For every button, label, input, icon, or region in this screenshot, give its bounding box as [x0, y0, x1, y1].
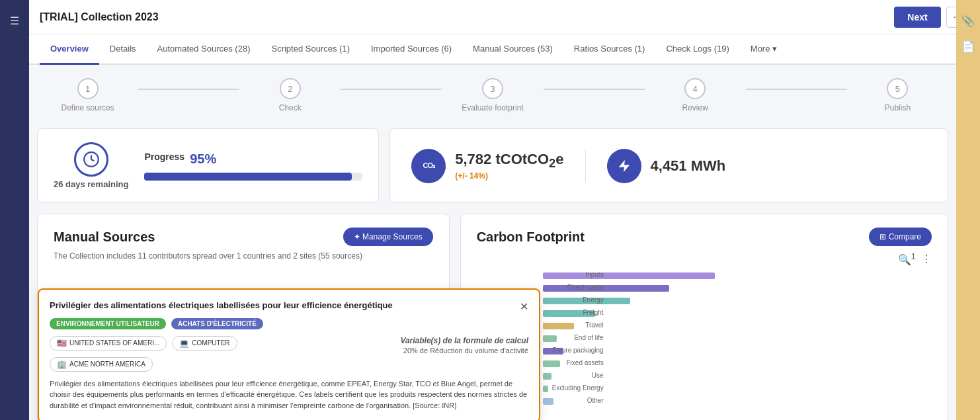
source-usa: 🇺🇸 UNITED STATES OF AMERI... [50, 336, 167, 351]
top-bar: [TRIAL] Collection 2023 Next ··· [0, 0, 980, 34]
tab-imported-sources[interactable]: Imported Sources (6) [360, 34, 462, 65]
chart-label: Excluding Energy [543, 384, 609, 392]
step-4-label: Review [682, 103, 708, 112]
chart-label: Inputs [543, 271, 609, 278]
tab-check-logs[interactable]: Check Logs (19) [655, 34, 739, 65]
tooltip-popup: Privilégier des alimentations électrique… [38, 288, 540, 420]
progress-bar-fill [144, 173, 351, 181]
step-3-label: Evaluate footprint [462, 103, 523, 112]
step-3: 3 Evaluate footprint [442, 78, 543, 112]
chart-row: Direct waste [543, 284, 932, 293]
step-1-label: Define sources [61, 103, 114, 112]
co2-metric: CO₂ 5,782 tCOtCO2e (+/- 14%) [411, 149, 563, 183]
step-5-label: Publish [885, 103, 911, 112]
tab-automated-sources[interactable]: Automated Sources (28) [147, 34, 261, 65]
chart-controls: 🔍1 ⋮ [477, 251, 932, 266]
step-connector-1 [138, 89, 239, 90]
sources-list: 🇺🇸 UNITED STATES OF AMERI... 💻 COMPUTER [50, 336, 237, 351]
co2-sub: (+/- 14%) [455, 171, 563, 181]
lower-cards-row: Manual Sources ✦ Manage Sources The Coll… [37, 214, 948, 420]
chart-row: Fixed assets [543, 359, 932, 368]
chart-row: Other [543, 397, 932, 406]
tab-details[interactable]: Details [99, 34, 147, 65]
tooltip-body: Privilégier des alimentations électrique… [50, 378, 528, 411]
manual-sources-header: Manual Sources ✦ Manage Sources [54, 228, 433, 246]
clock-icon [74, 142, 108, 177]
manual-sources-subtitle: The Collection includes 11 contributors … [54, 251, 433, 261]
energy-metric: 4,451 MWh [607, 149, 726, 183]
tag-env: ENVIRONNEMENT UTILISATEUR [50, 318, 166, 329]
chart-row: Energy [543, 296, 932, 306]
sources-list-2: 🏢 ACME NORTH AMERICA [50, 357, 237, 372]
source-acme: 🏢 ACME NORTH AMERICA [50, 357, 153, 372]
step-2: 2 Check [239, 78, 341, 112]
chart-row: Inputs [543, 271, 932, 280]
chart-row: Excluding Energy [543, 384, 932, 394]
tooltip-main-row: 🇺🇸 UNITED STATES OF AMERI... 💻 COMPUTER … [50, 336, 528, 378]
step-4-circle: 4 [684, 78, 706, 99]
tooltip-reduction: 20% de Réduction du volume d'activité [400, 347, 528, 355]
co2-icon: CO₂ [411, 149, 446, 183]
chart-label: Other [543, 397, 609, 404]
energy-icon [607, 149, 641, 183]
main-content: 1 Define sources 2 Check 3 Evaluate foot… [0, 65, 980, 420]
document-icon[interactable]: 📄 [955, 34, 980, 60]
progress-header: Progress 95% [144, 151, 362, 167]
more-options-button[interactable]: ⋮ [921, 251, 932, 266]
chart-row: Travel [543, 321, 932, 331]
tag-elec: ACHATS D'ÉLECTRICITÉ [171, 318, 263, 329]
tooltip-sources: 🇺🇸 UNITED STATES OF AMERI... 💻 COMPUTER … [50, 336, 237, 378]
step-2-circle: 2 [280, 78, 301, 99]
progress-label: Progress [144, 151, 184, 162]
steps-row: 1 Define sources 2 Check 3 Evaluate foot… [37, 78, 948, 112]
carbon-header: Carbon Footprint ⊞ Compare [477, 228, 932, 246]
tab-scripted-sources[interactable]: Scripted Sources (1) [261, 34, 360, 65]
chart-label: Use [543, 372, 609, 379]
progress-percentage: 95% [190, 151, 216, 167]
tooltip-formula-section: Variable(s) de la formule de calcul 20% … [400, 336, 528, 355]
carbon-title: Carbon Footprint [477, 230, 585, 245]
chart-label: Freight [543, 309, 609, 316]
step-2-label: Check [279, 103, 302, 112]
chart-row: End of life [543, 334, 932, 343]
compare-button[interactable]: ⊞ Compare [869, 228, 932, 246]
chart-label: End of life [543, 334, 609, 341]
tab-ratios-sources[interactable]: Ratios Sources (1) [563, 34, 656, 65]
chart-row: Future packaging [543, 347, 932, 356]
hamburger-icon[interactable]: ☰ [3, 8, 26, 34]
tooltip-close-button[interactable]: ✕ [520, 300, 528, 313]
step-5: 5 Publish [847, 78, 948, 112]
tab-manual-sources[interactable]: Manual Sources (53) [462, 34, 563, 65]
sidebar: ☰ [0, 0, 29, 420]
tab-overview[interactable]: Overview [40, 34, 99, 65]
step-1-circle: 1 [77, 78, 99, 99]
tooltip-formula-label: Variable(s) de la formule de calcul [400, 336, 528, 345]
right-panel: 📎 📄 [956, 0, 980, 420]
metrics-card: CO₂ 5,782 tCOtCO2e (+/- 14%) 4,451 MWh [389, 128, 948, 203]
computer-icon: 💻 [179, 339, 189, 348]
progress-card: 26 days remaining Progress 95% [37, 128, 379, 203]
attachment-icon[interactable]: 📎 [955, 8, 980, 34]
filter-icon-button[interactable]: 🔍1 [898, 251, 916, 266]
nav-tabs: Overview Details Automated Sources (28) … [0, 34, 980, 65]
flag-usa-icon: 🇺🇸 [57, 339, 67, 348]
tooltip-header: Privilégier des alimentations électrique… [50, 300, 528, 313]
manual-sources-card: Manual Sources ✦ Manage Sources The Coll… [37, 214, 450, 420]
co2-values: 5,782 tCOtCO2e (+/- 14%) [455, 151, 563, 180]
manual-sources-title: Manual Sources [54, 230, 155, 245]
step-connector-2 [341, 89, 442, 90]
tab-more[interactable]: More ▾ [740, 34, 788, 65]
manage-sources-button[interactable]: ✦ Manage Sources [343, 228, 433, 246]
step-connector-4 [746, 89, 847, 90]
next-button[interactable]: Next [894, 7, 940, 28]
chart-label: Direct waste [543, 284, 609, 291]
tooltip-tags: ENVIRONNEMENT UTILISATEUR ACHATS D'ÉLECT… [50, 318, 528, 329]
clock-section: 26 days remaining [54, 142, 128, 189]
tooltip-title: Privilégier des alimentations électrique… [50, 300, 393, 310]
step-connector-3 [544, 89, 645, 90]
co2-value: 5,782 tCOtCO2e [455, 151, 563, 171]
top-bar-left: [TRIAL] Collection 2023 [40, 11, 159, 23]
app-title: [TRIAL] Collection 2023 [40, 11, 159, 23]
step-3-circle: 3 [482, 78, 503, 99]
source-computer: 💻 COMPUTER [172, 336, 237, 351]
